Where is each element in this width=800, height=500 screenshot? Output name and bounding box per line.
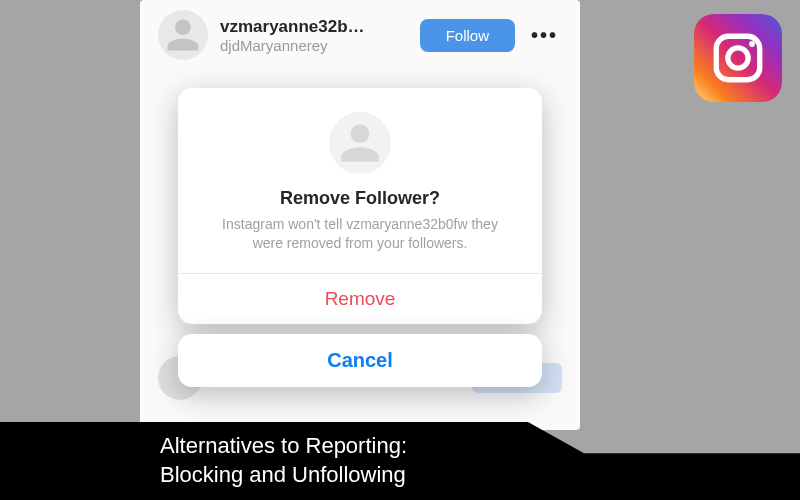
profile-names: vzmaryanne32b… djdMaryannerey bbox=[220, 17, 408, 54]
remove-follower-dialog: Remove Follower? Instagram won't tell vz… bbox=[178, 88, 542, 324]
remove-button[interactable]: Remove bbox=[178, 273, 542, 324]
profile-avatar[interactable] bbox=[158, 10, 208, 60]
instagram-icon bbox=[709, 29, 767, 87]
caption-line-2: Blocking and Unfollowing bbox=[160, 461, 800, 490]
caption-line-1: Alternatives to Reporting: bbox=[160, 432, 800, 461]
person-icon bbox=[337, 120, 383, 166]
profile-row: vzmaryanne32b… djdMaryannerey Follow ••• bbox=[140, 0, 580, 70]
follow-button[interactable]: Follow bbox=[420, 19, 515, 52]
dialog-title: Remove Follower? bbox=[178, 188, 542, 209]
username: djdMaryannerey bbox=[220, 37, 408, 54]
cancel-button[interactable]: Cancel bbox=[178, 334, 542, 387]
display-name[interactable]: vzmaryanne32b… bbox=[220, 17, 408, 37]
svg-point-2 bbox=[749, 41, 755, 47]
person-icon bbox=[164, 16, 202, 54]
action-sheet: Remove Follower? Instagram won't tell vz… bbox=[178, 88, 542, 387]
caption-banner: Alternatives to Reporting: Blocking and … bbox=[0, 422, 800, 500]
instagram-logo bbox=[694, 14, 782, 102]
svg-point-1 bbox=[728, 48, 748, 68]
dialog-avatar bbox=[329, 112, 391, 174]
more-options-button[interactable]: ••• bbox=[527, 24, 562, 47]
dialog-description: Instagram won't tell vzmaryanne32b0fw th… bbox=[178, 215, 542, 273]
